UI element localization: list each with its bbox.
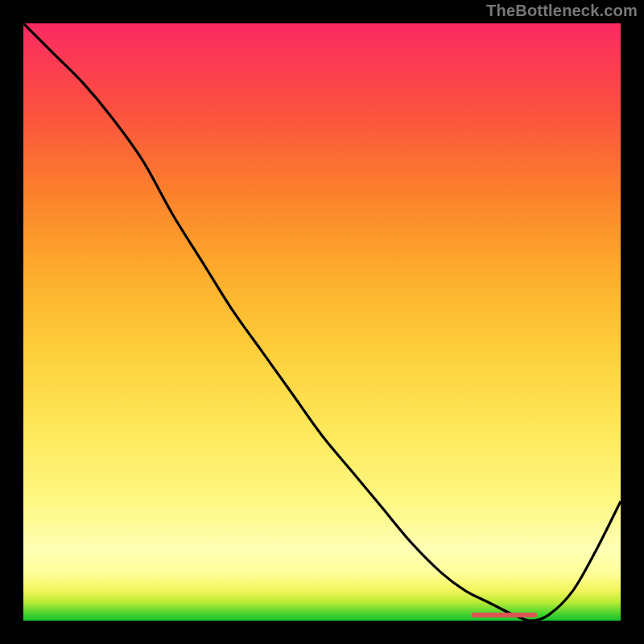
watermark-label: TheBottleneck.com: [486, 2, 638, 20]
optimal-range-marker: [472, 613, 538, 617]
gradient-background: [23, 23, 621, 621]
plot-area: [23, 23, 621, 621]
chart-frame: TheBottleneck.com: [0, 0, 644, 644]
